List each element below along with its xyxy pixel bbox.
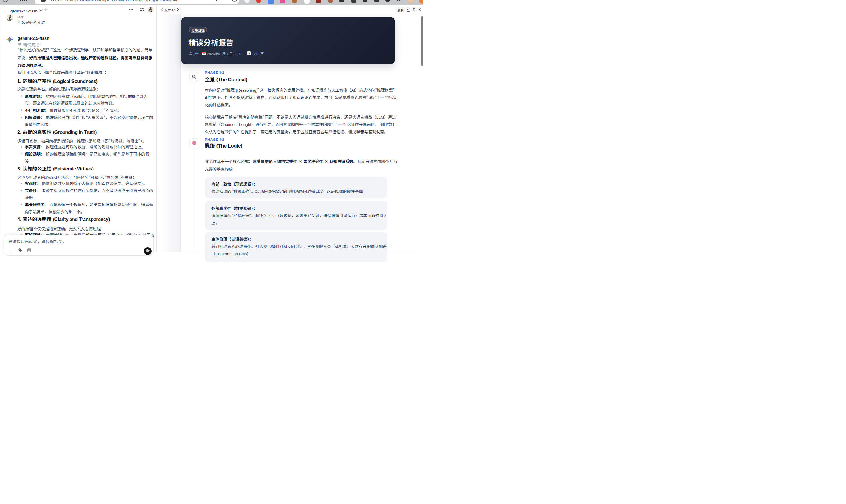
svg-text:17: 17: [203, 53, 205, 55]
